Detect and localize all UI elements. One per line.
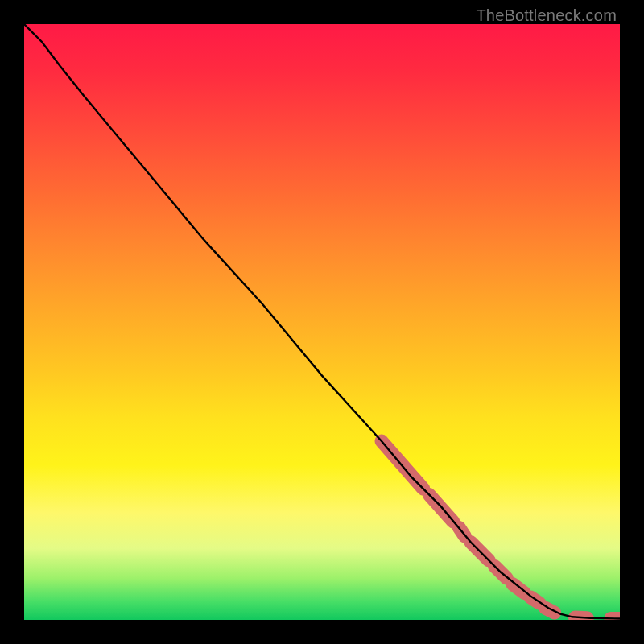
marker-series: [382, 441, 620, 619]
chart-frame: TheBottleneck.com: [0, 0, 644, 644]
curve-line: [24, 24, 620, 619]
watermark-text: TheBottleneck.com: [476, 6, 617, 25]
chart-overlay: [24, 24, 620, 620]
plot-area: [24, 24, 620, 620]
